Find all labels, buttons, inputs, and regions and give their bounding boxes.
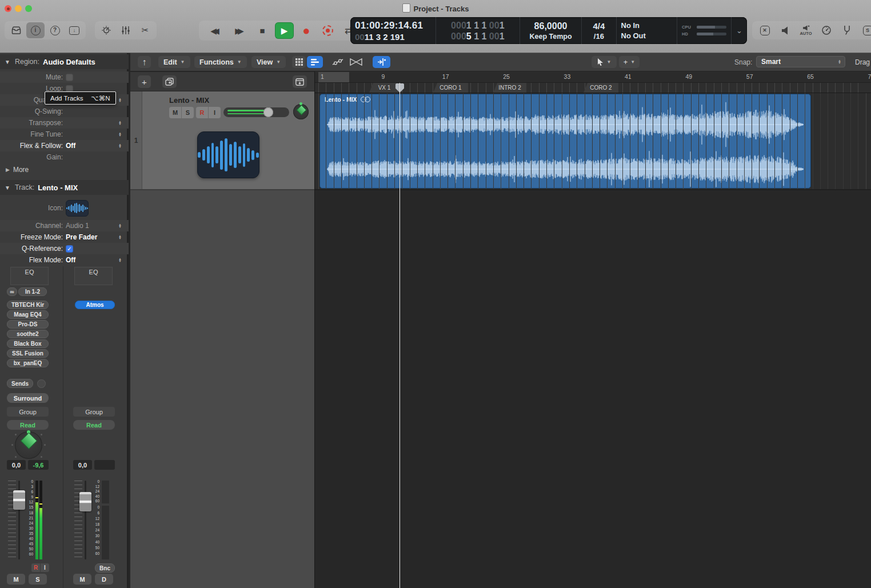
monitoring-button[interactable]	[777, 22, 793, 38]
pointer-tool-menu[interactable]: ▼	[592, 56, 617, 68]
track-header[interactable]: 1 Lento - MIX M S R I	[130, 91, 314, 190]
arrange-area[interactable]: 191725334149576573 VX 1CORO 1INTRO 2CORO…	[315, 71, 871, 588]
marker[interactable]: CORO 2	[584, 83, 618, 93]
send-knob[interactable]	[37, 379, 46, 388]
automation-button[interactable]	[330, 56, 346, 68]
track-volume-slider[interactable]	[223, 107, 289, 117]
play-button[interactable]: ▶	[275, 22, 294, 39]
hide-inspector-button[interactable]: ↑	[138, 56, 151, 68]
volume-fader-left[interactable]	[13, 490, 25, 510]
add-track-button[interactable]: +	[138, 75, 151, 88]
volume-value-right[interactable]	[94, 460, 115, 470]
catch-playhead-button[interactable]	[373, 56, 390, 68]
secondary-tool-menu[interactable]: + ▼	[619, 56, 640, 68]
rewind-button[interactable]: ◀◀	[205, 22, 225, 39]
track-inspector-header[interactable]: ▼ Track: Lento - MIX	[0, 180, 129, 195]
capture-recording-button[interactable]	[319, 22, 336, 39]
bounce-button-right[interactable]: Bnc	[95, 563, 115, 573]
track-record-enable-button[interactable]: R	[196, 107, 208, 118]
lcd-expand-button[interactable]: ⌄	[732, 17, 747, 44]
track-pan-knob[interactable]	[293, 104, 309, 119]
region-more-disclosure[interactable]: ▶ More	[0, 164, 129, 175]
qreference-checkbox[interactable]: ✓	[66, 245, 73, 253]
toolbar-toggle-button[interactable]: ↓	[65, 22, 83, 38]
bar-ruler[interactable]: 191725334149576573	[315, 71, 871, 83]
crossfade-button[interactable]	[347, 56, 365, 68]
dim-button-right[interactable]: D	[95, 574, 113, 585]
functions-menu[interactable]: Functions▼	[194, 56, 247, 68]
edit-menu[interactable]: Edit▼	[158, 56, 190, 68]
input-format-icon[interactable]: ∞	[7, 287, 17, 296]
automation-mode-right[interactable]: Read	[73, 420, 115, 430]
pan-value-right[interactable]: 0,0	[73, 460, 92, 470]
mute-button-right[interactable]: M	[73, 574, 91, 585]
duplicate-track-button[interactable]	[162, 75, 177, 88]
group-button-left[interactable]: Group	[7, 407, 49, 417]
track-name[interactable]: Lento - MIX	[169, 96, 209, 105]
editors-button[interactable]: ✂	[136, 22, 154, 38]
plugin-slot[interactable]: bx_panEQ	[7, 359, 49, 367]
stepper-icon[interactable]: ▲▼	[118, 143, 122, 148]
smart-controls-button[interactable]	[97, 22, 115, 38]
group-button-right[interactable]: Group	[73, 407, 115, 417]
mixer-button[interactable]	[117, 22, 135, 38]
stepper-icon[interactable]: ▲▼	[118, 223, 122, 228]
plugin-slot[interactable]: TBTECH Kir	[7, 301, 49, 309]
inspector-button[interactable]: i	[26, 22, 45, 38]
track-icon-thumbnail[interactable]	[197, 131, 259, 178]
pan-value-left[interactable]: 0,0	[7, 460, 26, 470]
mute-button-left[interactable]: M	[7, 574, 25, 585]
marker[interactable]: CORO 1	[433, 83, 468, 93]
metronome-button[interactable]	[818, 22, 834, 38]
low-latency-button[interactable]: ✕	[757, 22, 773, 38]
auto-input-monitoring-button[interactable]: AUTO	[798, 22, 814, 38]
stepper-icon[interactable]: ▲▼	[118, 258, 122, 262]
region-inspector-header[interactable]: ▼ Region: Audio Defaults	[0, 54, 129, 69]
surround-button[interactable]: Surround	[7, 393, 49, 403]
track-lane[interactable]: Lento - MIX	[315, 93, 871, 190]
playhead-line[interactable]	[399, 83, 400, 588]
marker[interactable]: VX 1	[369, 83, 399, 93]
track-mute-button[interactable]: M	[169, 107, 181, 118]
eq-thumbnail-right[interactable]: EQ	[74, 267, 113, 285]
plugin-slot[interactable]: Maag EQ4	[7, 310, 49, 319]
view-menu[interactable]: View▼	[251, 56, 286, 68]
record-enable-button-left[interactable]: R	[31, 563, 40, 572]
volume-value-left[interactable]: -9,6	[28, 460, 49, 470]
stepper-icon[interactable]: ▲▼	[118, 132, 122, 137]
record-button[interactable]: ●	[298, 22, 315, 39]
tuner-button[interactable]	[839, 22, 855, 38]
plugin-slot[interactable]: Pro-DS	[7, 320, 49, 329]
quick-help-button[interactable]: ?	[46, 22, 64, 38]
audio-region[interactable]: Lento - MIX	[319, 94, 811, 189]
plugin-slot[interactable]: SSL Fusion	[7, 349, 49, 358]
sends-button[interactable]: Sends	[7, 379, 33, 388]
eq-thumbnail-left[interactable]: EQ	[10, 267, 49, 285]
stepper-icon[interactable]: ▲▼	[118, 235, 122, 239]
library-button[interactable]	[7, 22, 25, 38]
surround-panner-left[interactable]	[15, 431, 42, 459]
mute-checkbox[interactable]	[66, 74, 73, 81]
track-list-empty-area[interactable]	[130, 190, 314, 588]
lcd-display[interactable]: 01:00:29:14.61 0011 3 2 191 0001 1 1 001…	[350, 17, 747, 44]
automation-mode-left[interactable]: Read	[7, 420, 49, 430]
plugin-slot[interactable]: Atmos	[75, 301, 115, 309]
stop-button[interactable]: ■	[254, 22, 271, 39]
solo-button-left[interactable]: S	[29, 574, 47, 585]
input-monitor-button-left[interactable]: I	[41, 563, 49, 572]
track-icon-button[interactable]	[66, 200, 89, 217]
solo-button[interactable]: S	[860, 22, 871, 38]
volume-slider-knob[interactable]	[263, 107, 273, 117]
stepper-icon[interactable]: ▲▼	[118, 98, 122, 102]
marker[interactable]: INTRO 2	[493, 83, 526, 93]
input-slot-left[interactable]: ∞ In 1-2	[7, 287, 47, 297]
snap-dropdown[interactable]: Smart ▲▼	[756, 56, 845, 67]
tracks-view-button[interactable]	[307, 56, 323, 68]
track-header-config-button[interactable]	[293, 75, 307, 88]
forward-button[interactable]: ▶▶	[229, 22, 250, 39]
track-solo-button[interactable]: S	[182, 107, 194, 118]
plugin-slot[interactable]: soothe2	[7, 330, 49, 338]
stepper-icon[interactable]: ▲▼	[118, 121, 122, 125]
grid-view-button[interactable]	[292, 56, 306, 68]
track-input-monitor-button[interactable]: I	[209, 107, 221, 118]
